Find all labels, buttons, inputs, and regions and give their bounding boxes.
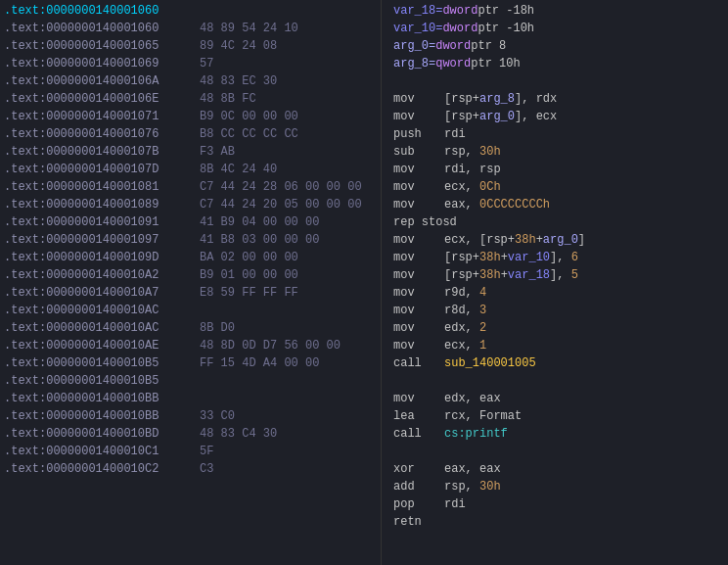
var-decl-line: var_10= dword ptr -10h <box>389 20 728 37</box>
mnemonic: call <box>393 427 444 441</box>
left-line: .text:00000001400010BB <box>0 390 381 407</box>
mnemonic: sub <box>393 145 444 159</box>
bytes: BA 02 00 00 00 <box>200 251 366 264</box>
instr-line: pushrdi <box>389 125 728 143</box>
instr-line <box>389 372 728 390</box>
mnemonic: retn <box>393 515 444 529</box>
mnemonic: mov <box>393 251 444 264</box>
left-line: .text:00000001400010AC <box>0 302 381 319</box>
address: .text:00000001400010AE <box>4 339 200 353</box>
type-kw: dword <box>442 4 478 18</box>
instr-line: rep stosd <box>389 213 728 231</box>
var-rest: ptr -10h <box>478 22 534 35</box>
dec-imm: 1 <box>479 339 486 353</box>
address: .text:00000001400010C1 <box>4 445 200 458</box>
mnemonic: mov <box>393 286 444 300</box>
left-line: .text:000000014000107D8B 4C 24 40 <box>0 161 381 178</box>
address: .text:000000014000109D <box>4 251 200 264</box>
address: .text:0000000140001076 <box>4 127 200 141</box>
mnemonic: xor <box>393 462 444 476</box>
instr-line <box>389 443 728 460</box>
mnemonic: mov <box>393 180 444 194</box>
left-line: .text:000000014000106048 89 54 24 10 <box>0 20 381 37</box>
func-ref: cs:printf <box>444 427 508 441</box>
hex-imm: 30h <box>479 480 501 494</box>
bytes: 48 83 C4 30 <box>200 427 366 441</box>
bytes: 33 C0 <box>200 409 366 423</box>
operands: [rsp+arg_0], ecx <box>444 110 557 123</box>
address: .text:00000001400010B5 <box>4 356 200 370</box>
hex-imm: 0CCCCCCCCh <box>479 198 550 212</box>
left-line: .text:000000014000106957 <box>0 55 381 72</box>
type-kw: qword <box>435 57 471 71</box>
left-line: .text:00000001400010BD48 83 C4 30 <box>0 425 381 443</box>
operands: cs:printf <box>444 427 508 441</box>
var-decl-line: arg_8= qword ptr 10h <box>389 55 728 72</box>
left-line: .text:00000001400010BB33 C0 <box>0 407 381 425</box>
address: .text:000000014000106E <box>4 92 200 106</box>
instr-line: mov[rsp+arg_0], ecx <box>389 108 728 125</box>
left-line: .text:0000000140001081C7 44 24 28 06 00 … <box>0 178 381 196</box>
address: .text:00000001400010AC <box>4 321 200 335</box>
left-line: .text:00000001400010B5 <box>0 372 381 390</box>
bytes: 5F <box>200 445 366 458</box>
hex-imm: 38h <box>479 268 501 282</box>
left-line: .text:000000014000109741 B8 03 00 00 00 <box>0 231 381 249</box>
address: .text:00000001400010BB <box>4 392 200 405</box>
address: .text:0000000140001097 <box>4 233 200 247</box>
mnemonic: rep stosd <box>393 215 457 229</box>
address: .text:00000001400010AC <box>4 304 200 317</box>
bytes: 48 89 54 24 10 <box>200 22 366 35</box>
mnemonic: call <box>393 356 444 370</box>
address: .text:0000000140001069 <box>4 57 200 71</box>
instr-line: learcx, Format <box>389 407 728 425</box>
left-line: .text:000000014000106589 4C 24 08 <box>0 37 381 55</box>
instr-line: movecx, 0Ch <box>389 178 728 196</box>
instr-line: movecx, 1 <box>389 337 728 354</box>
address: .text:0000000140001071 <box>4 110 200 123</box>
left-line: .text:000000014000107BF3 AB <box>0 143 381 161</box>
left-line: .text:00000001400010B5FF 15 4D A4 00 00 <box>0 354 381 372</box>
address: .text:00000001400010BB <box>4 409 200 423</box>
instr-line: mov[rsp+38h+var_18], 5 <box>389 266 728 284</box>
instr-line: xoreax, eax <box>389 460 728 478</box>
str-ref: Format <box>479 409 522 423</box>
address: .text:0000000140001091 <box>4 215 200 229</box>
bytes: C7 44 24 20 05 00 00 00 <box>200 198 366 212</box>
bytes: FF 15 4D A4 00 00 <box>200 356 366 370</box>
mnemonic: mov <box>393 321 444 335</box>
address: .text:00000001400010C2 <box>4 462 200 476</box>
instr-line: callsub_140001005 <box>389 354 728 372</box>
var-label: var_18= <box>393 4 442 18</box>
address: .text:0000000140001060 <box>4 4 200 18</box>
operands: r9d, 4 <box>444 286 486 300</box>
code-view: .text:0000000140001060.text:000000014000… <box>0 0 728 565</box>
bytes: C7 44 24 28 06 00 00 00 <box>200 180 366 194</box>
left-line: .text:0000000140001089C7 44 24 20 05 00 … <box>0 196 381 213</box>
instr-line: poprdi <box>389 495 728 513</box>
bytes: C3 <box>200 462 366 476</box>
bytes: 8B 4C 24 40 <box>200 163 366 176</box>
instr-line: movr8d, 3 <box>389 302 728 319</box>
var-label: arg_8= <box>393 57 435 71</box>
operands: ecx, 0Ch <box>444 180 501 194</box>
operands: rsp, 30h <box>444 480 501 494</box>
mnemonic: mov <box>393 268 444 282</box>
var-label: arg_0= <box>393 39 435 53</box>
arg-ref: arg_8 <box>479 92 515 106</box>
mnemonic: mov <box>393 339 444 353</box>
type-kw: dword <box>435 39 471 53</box>
dec-imm: 6 <box>571 251 578 264</box>
instr-line: movedx, 2 <box>389 319 728 337</box>
instr-line: movecx, [rsp+38h+arg_0] <box>389 231 728 249</box>
mnemonic: pop <box>393 497 444 511</box>
var-rest: ptr 10h <box>471 57 520 71</box>
mnemonic: lea <box>393 409 444 423</box>
dec-imm: 3 <box>479 304 486 317</box>
operands: r8d, 3 <box>444 304 486 317</box>
left-line: .text:0000000140001071B9 0C 00 00 00 <box>0 108 381 125</box>
instr-line: moveax, 0CCCCCCCCh <box>389 196 728 213</box>
left-line: .text:00000001400010AE48 8D 0D D7 56 00 … <box>0 337 381 354</box>
instr-line: addrsp, 30h <box>389 478 728 495</box>
bytes: 41 B9 04 00 00 00 <box>200 215 366 229</box>
